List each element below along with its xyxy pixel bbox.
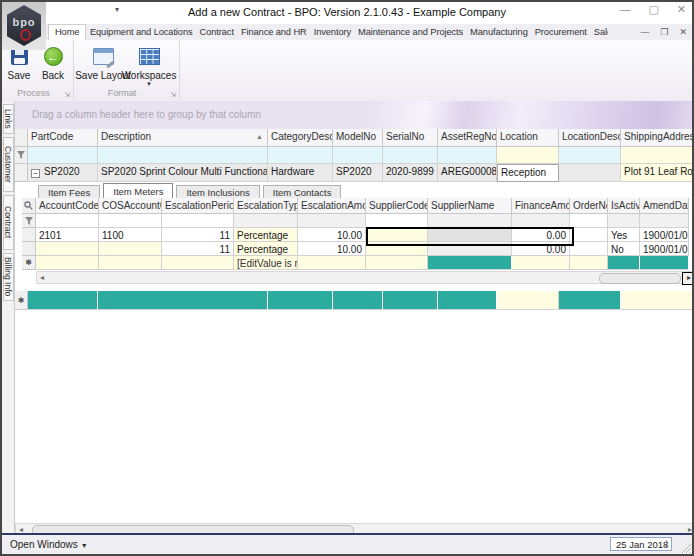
newcell-cosaccountcode[interactable] <box>99 256 162 270</box>
scroll-left-icon[interactable]: ◂ <box>40 273 44 283</box>
newcell-escalationperiod[interactable] <box>162 256 234 270</box>
newcell-isactive[interactable] <box>608 256 640 270</box>
group-by-panel[interactable]: Drag a column header here to group by th… <box>15 101 694 129</box>
sub-filter-suppliercode[interactable] <box>366 214 428 228</box>
mainnew-description[interactable] <box>98 291 268 310</box>
cell-orderno[interactable] <box>570 242 608 256</box>
cell-assetregno[interactable]: AREG000083 <box>438 164 497 182</box>
sub-col-cosaccountcode[interactable]: COSAccountCode <box>99 198 162 214</box>
sub-col-suppliername[interactable]: SupplierName <box>428 198 512 214</box>
mainnew-categorydesc[interactable] <box>268 291 333 310</box>
sub-col-orderno[interactable]: OrderNo <box>570 198 608 214</box>
mainnew-location[interactable] <box>497 291 559 310</box>
filter-cell-modelno[interactable] <box>333 147 383 164</box>
spin-down-icon[interactable]: ▼ <box>664 544 669 549</box>
cell-escalationperiod[interactable]: 11 <box>162 242 234 256</box>
sub-col-suppliercode[interactable]: SupplierCode <box>366 198 428 214</box>
detail-tab-item-meters[interactable]: Item Meters <box>103 183 173 199</box>
newcell-orderno[interactable] <box>570 256 608 270</box>
ribbon-tab-home[interactable]: Home <box>48 24 86 40</box>
filter-cell-categorydesc[interactable] <box>268 147 333 164</box>
cell-escalationtype[interactable]: Percentage <box>234 242 298 256</box>
sub-filter-suppliername[interactable] <box>428 214 512 228</box>
sub-filter-escalationamount[interactable] <box>298 214 366 228</box>
sub-col-escalationtype[interactable]: EscalationType <box>234 198 298 214</box>
side-tab-contract-info[interactable]: Contract Info <box>3 195 14 250</box>
sub-col-escalationamount[interactable]: EscalationAmount <box>298 198 366 214</box>
main-col-description[interactable]: Description▲ <box>98 129 268 147</box>
main-col-serialno[interactable]: SerialNo <box>383 129 438 147</box>
ribbon-tab-equipment-and-locations[interactable]: Equipment and Locations <box>86 24 196 40</box>
ribbon-tab-contract[interactable]: Contract <box>196 24 237 40</box>
sub-grid-new-row[interactable]: ✱ [EditValue is null] <box>22 256 689 270</box>
sub-grid-row-2[interactable]: 11 Percentage 10.00 0.00 No 1900/01/01 <box>22 242 689 256</box>
date-spinner[interactable]: ▲ ▼ <box>662 538 671 550</box>
resize-grip[interactable] <box>681 543 691 553</box>
child-restore-button[interactable]: ❐ <box>660 27 668 37</box>
filter-cell-location[interactable] <box>497 147 559 164</box>
side-tab-billing-info[interactable]: Billing Info <box>3 253 14 301</box>
main-col-assetregno[interactable]: AssetRegNo <box>438 129 497 147</box>
mainnew-modelno[interactable] <box>333 291 383 310</box>
sub-scrollbar-thumb[interactable] <box>599 273 681 284</box>
cell-suppliercode[interactable] <box>366 228 428 242</box>
cell-escalationperiod[interactable]: 11 <box>162 228 234 242</box>
cell-suppliercode[interactable] <box>366 242 428 256</box>
filter-cell-serialno[interactable] <box>383 147 438 164</box>
quick-access-caret-icon[interactable]: ▾ <box>115 5 119 14</box>
main-grid-new-row[interactable]: ✱ <box>15 291 694 310</box>
sub-filter-financeamount[interactable] <box>512 214 570 228</box>
sub-filter-amenddate[interactable] <box>640 214 689 228</box>
sub-col-accountcode[interactable]: AccountCode <box>36 198 99 214</box>
cell-description[interactable]: SP2020 Sprint Colour Multi Functional Co… <box>98 164 268 182</box>
main-col-modelno[interactable]: ModelNo <box>333 129 383 147</box>
detail-tab-item-contacts[interactable]: Item Contacts <box>263 185 342 199</box>
cell-amenddate[interactable]: 1900/01/01 <box>640 228 689 242</box>
mainnew-locationdesc[interactable] <box>559 291 621 310</box>
side-tab-links[interactable]: Links <box>3 104 14 134</box>
cell-partcode[interactable]: −SP2020 <box>28 164 98 182</box>
ribbon-tab-procurement[interactable]: Procurement <box>531 24 590 40</box>
sub-filter-cosaccountcode[interactable] <box>99 214 162 228</box>
main-col-shippingaddress[interactable]: ShippingAddress <box>621 129 694 147</box>
cell-escalationamount[interactable]: 10.00 <box>298 228 366 242</box>
ribbon-tab-manufacturing[interactable]: Manufacturing <box>467 24 532 40</box>
window-minimize-button[interactable]: — <box>619 3 630 16</box>
ribbon-tab-inventory[interactable]: Inventory <box>310 24 354 40</box>
filter-cell-assetregno[interactable] <box>438 147 497 164</box>
newcell-escalationamount[interactable] <box>298 256 366 270</box>
sub-filter-accountcode[interactable] <box>36 214 99 228</box>
newcell-escalationtype[interactable]: [EditValue is null] <box>234 256 298 270</box>
cell-accountcode[interactable]: 2101 <box>36 228 99 242</box>
window-maximize-button[interactable]: ▢ <box>648 3 658 16</box>
mainnew-assetregno[interactable] <box>438 291 497 310</box>
main-col-locationdesc[interactable]: LocationDesc <box>559 129 621 147</box>
ribbon-tab-finance-and-hr[interactable]: Finance and HR <box>237 24 310 40</box>
cell-accountcode[interactable] <box>36 242 99 256</box>
main-grid-data-row[interactable]: −SP2020 SP2020 Sprint Colour Multi Funct… <box>15 164 694 182</box>
sub-col-amenddate[interactable]: AmendDate <box>640 198 689 214</box>
ribbon-tab-sales[interactable]: Sales <box>590 24 608 40</box>
cell-serialno[interactable]: 2020-9899 <box>383 164 438 182</box>
side-tab-customer-info[interactable]: Customer Info <box>3 137 14 192</box>
cell-suppliername[interactable] <box>428 242 512 256</box>
cell-location[interactable]: Reception <box>497 164 559 182</box>
cell-isactive[interactable]: No <box>608 242 640 256</box>
format-dialog-launcher-icon[interactable]: ⇲ <box>170 91 176 99</box>
newcell-amenddate[interactable] <box>640 256 689 270</box>
newcell-suppliername[interactable] <box>428 256 512 270</box>
cell-cosaccountcode[interactable] <box>99 242 162 256</box>
cell-amenddate[interactable]: 1900/01/01 <box>640 242 689 256</box>
cell-categorydesc[interactable]: Hardware <box>268 164 333 182</box>
detail-tab-item-fees[interactable]: Item Fees <box>38 185 100 199</box>
window-close-button[interactable]: ✕ <box>677 3 686 16</box>
detail-tab-item-inclusions[interactable]: Item Inclusions <box>176 185 259 199</box>
process-dialog-launcher-icon[interactable]: ⇲ <box>64 91 70 99</box>
filter-cell-locationdesc[interactable] <box>559 147 621 164</box>
cell-financeamount[interactable]: 0.00 <box>512 242 570 256</box>
workspaces-button[interactable]: Workspaces ▾ <box>121 44 177 86</box>
cell-isactive[interactable]: Yes <box>608 228 640 242</box>
cell-escalationtype[interactable]: Percentage <box>234 228 298 242</box>
newcell-accountcode[interactable] <box>36 256 99 270</box>
sub-filter-escalationtype[interactable] <box>234 214 298 228</box>
